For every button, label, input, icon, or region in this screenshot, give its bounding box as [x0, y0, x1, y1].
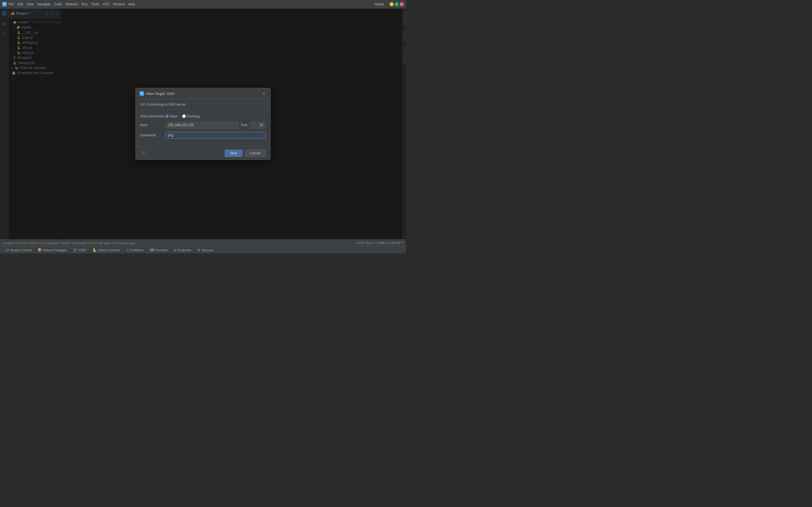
help-icon: ? — [142, 151, 144, 155]
menu-tools[interactable]: Tools — [91, 2, 99, 6]
menu-code[interactable]: Code — [54, 2, 62, 6]
tab-version-control-label: Version Control — [10, 248, 31, 252]
tab-terminal[interactable]: ⌨ Terminal — [147, 247, 170, 252]
radio-new-label: New — [170, 114, 177, 118]
dialog-titlebar: P New Target: SSH ✕ — [136, 88, 270, 99]
status-message: Localized PyCharm 2022.2.4 is available … — [2, 241, 352, 245]
action-buttons: Next Cancel — [225, 150, 266, 157]
dialog-body: SSH connection: New Existing Host: — [136, 110, 270, 147]
dialog-title: New Target: SSH — [146, 92, 261, 96]
close-button[interactable] — [400, 2, 404, 6]
tab-endpoints-label: Endpoints — [177, 248, 191, 252]
version-control-icon: ⎇ — [5, 248, 9, 252]
host-input[interactable] — [165, 122, 239, 128]
tab-todo-label: TODO — [78, 248, 87, 252]
menu-run[interactable]: Run — [82, 2, 88, 6]
app-icon: P — [2, 2, 7, 6]
menu-window[interactable]: Window — [113, 2, 125, 6]
menu-help[interactable]: Help — [128, 2, 135, 6]
tab-todo[interactable]: ☰ TODO — [70, 247, 89, 252]
maximize-button[interactable] — [395, 2, 399, 6]
next-button[interactable]: Next — [225, 150, 243, 157]
menu-vcs[interactable]: VCS — [102, 2, 109, 6]
radio-existing-option[interactable]: Existing — [182, 114, 200, 118]
menu-view[interactable]: View — [27, 2, 34, 6]
dialog-close-button[interactable]: ✕ — [261, 91, 266, 96]
host-control-group: Port: — [165, 122, 266, 128]
tab-problems-label: Problems — [130, 248, 143, 252]
tab-problems[interactable]: ⚠ Problems — [123, 247, 146, 252]
terminal-icon: ⌨ — [150, 248, 154, 252]
username-input[interactable] — [165, 132, 266, 138]
menu-refactor[interactable]: Refactor — [65, 2, 78, 6]
todo-icon: ☰ — [73, 248, 77, 252]
radio-existing-label: Existing — [187, 114, 200, 118]
dialog-subtitle-text: 1/4. Connecting to SSH server — [140, 103, 186, 107]
radio-new-option[interactable]: New — [165, 114, 177, 118]
tab-version-control[interactable]: ⎇ Version Control — [2, 247, 34, 252]
menu-navigate[interactable]: Navigate — [37, 2, 50, 6]
username-label: Username: — [140, 133, 165, 137]
statusbar: Localized PyCharm 2022.2.4 is available … — [0, 239, 406, 246]
problems-icon: ⚠ — [126, 248, 129, 252]
tab-python-console[interactable]: 🐍 Python Console — [90, 247, 123, 252]
ssh-dialog: P New Target: SSH ✕ 1/4. Connecting to S… — [135, 88, 271, 160]
dialog-icon: P — [140, 91, 144, 96]
menu-bar: File Edit View Navigate Code Refactor Ru… — [8, 2, 374, 6]
port-label: Port: — [241, 123, 248, 127]
window-controls — [390, 2, 404, 6]
tab-python-console-label: Python Console — [98, 248, 120, 252]
tab-endpoints[interactable]: ◎ Endpoints — [170, 247, 194, 252]
port-input[interactable] — [250, 122, 266, 128]
tab-services-label: Services — [202, 248, 213, 252]
cancel-button[interactable]: Cancel — [245, 150, 266, 157]
host-label: Host: — [140, 123, 165, 127]
titlebar: P File Edit View Navigate Code Refactor … — [0, 0, 406, 8]
ssh-connection-label: SSH connection: — [140, 114, 165, 118]
menu-file[interactable]: File — [8, 2, 14, 6]
tab-python-packages[interactable]: 📦 Python Packages — [35, 247, 70, 252]
ssh-connection-row: SSH connection: New Existing — [140, 114, 266, 118]
tab-services[interactable]: ⚙ Services — [195, 247, 216, 252]
host-row: Host: Port: — [140, 122, 266, 128]
tab-terminal-label: Terminal — [156, 248, 167, 252]
menu-edit[interactable]: Edit — [17, 2, 23, 6]
dialog-subtitle: 1/4. Connecting to SSH server — [136, 99, 270, 110]
python-console-icon: 🐍 — [93, 248, 97, 252]
endpoints-icon: ◎ — [173, 248, 176, 252]
python-packages-icon: 📦 — [38, 248, 42, 252]
window-title: mysite — [374, 2, 384, 6]
ssh-connection-radio-group: New Existing — [165, 114, 200, 118]
radio-new-input[interactable] — [165, 114, 169, 118]
dialog-overlay: P New Target: SSH ✕ 1/4. Connecting to S… — [0, 8, 406, 239]
username-row: Username: — [140, 132, 266, 138]
username-control-group — [165, 132, 266, 138]
services-icon: ⚙ — [197, 248, 200, 252]
radio-existing-input[interactable] — [182, 114, 186, 118]
status-right-label: CSDN @这个人很懒,什么都没留下 — [356, 241, 404, 245]
dialog-footer: ? Next Cancel — [136, 147, 270, 160]
minimize-button[interactable] — [390, 2, 394, 6]
bottom-tabs: ⎇ Version Control 📦 Python Packages ☰ TO… — [0, 246, 406, 253]
tab-python-packages-label: Python Packages — [43, 248, 67, 252]
help-button[interactable]: ? — [140, 150, 146, 156]
